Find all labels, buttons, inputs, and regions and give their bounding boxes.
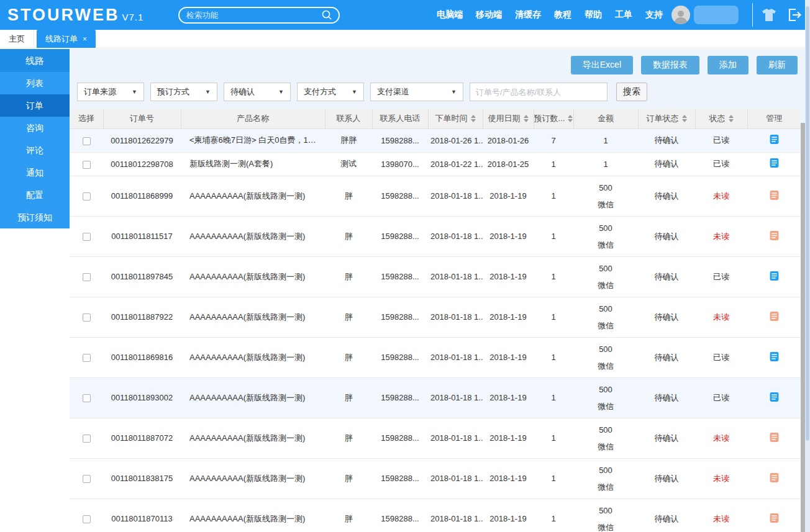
- filter-select[interactable]: 待确认 ▼: [224, 83, 291, 101]
- sort-icon[interactable]: [729, 115, 734, 122]
- cell-order-time: 2018-01-18 1...: [428, 216, 483, 256]
- cell-phone: 1598288...: [372, 297, 428, 337]
- amount-value: 500: [576, 341, 635, 358]
- column-header[interactable]: 订单号: [103, 109, 181, 128]
- sidebar-section-lines[interactable]: 线路: [0, 49, 70, 72]
- header-menu-item[interactable]: 教程: [554, 9, 571, 20]
- app-logo: STOURWEBV7.1: [7, 6, 143, 25]
- cell-order-no: 00118011811517: [103, 216, 181, 256]
- cell-qty: 1: [534, 498, 573, 532]
- row-checkbox[interactable]: [83, 233, 91, 241]
- header-menu-item[interactable]: 电脑端: [437, 9, 463, 20]
- filter-select[interactable]: 支付方式 ▼: [297, 83, 364, 101]
- cell-order-status: 待确认: [638, 498, 695, 532]
- amount-value: 500: [576, 179, 635, 196]
- table-scrollbar-thumb[interactable]: [801, 123, 805, 532]
- column-header[interactable]: 联系人: [325, 109, 372, 128]
- manage-document-icon[interactable]: [769, 472, 780, 483]
- manage-document-icon[interactable]: [769, 311, 780, 322]
- column-header[interactable]: 金额: [573, 109, 638, 128]
- tab-close-icon[interactable]: ×: [83, 35, 87, 43]
- row-checkbox[interactable]: [83, 313, 91, 322]
- order-search-input[interactable]: [470, 83, 608, 101]
- pay-channel: 微信: [576, 277, 635, 294]
- cell-manage: [747, 377, 801, 418]
- column-header[interactable]: 联系人电话: [372, 109, 428, 128]
- cell-order-time: 2018-01-22 1...: [428, 152, 483, 176]
- cell-order-status: 待确认: [638, 256, 695, 297]
- column-header[interactable]: 订单状态: [638, 109, 695, 128]
- cell-use-date: 2018-1-19: [483, 216, 534, 256]
- sidebar-item[interactable]: 评论: [0, 139, 70, 161]
- search-button[interactable]: 搜索: [616, 83, 647, 101]
- sidebar-item[interactable]: 列表: [0, 72, 70, 94]
- tab[interactable]: 主页: [0, 30, 34, 48]
- column-header[interactable]: 管理: [747, 109, 801, 128]
- toolbar-button[interactable]: 数据报表: [641, 56, 699, 74]
- sidebar-item[interactable]: 订单: [0, 94, 70, 117]
- sidebar-item[interactable]: 通知: [0, 161, 70, 184]
- header-menu-item[interactable]: 清缓存: [515, 9, 541, 20]
- toolbar-button[interactable]: 导出Excel: [571, 56, 633, 74]
- global-search-input[interactable]: [186, 11, 321, 20]
- avatar[interactable]: [671, 6, 690, 24]
- logout-icon[interactable]: [788, 8, 801, 22]
- row-checkbox[interactable]: [83, 435, 91, 443]
- manage-document-icon[interactable]: [769, 513, 780, 523]
- column-header[interactable]: 下单时间: [428, 109, 483, 128]
- sidebar-item[interactable]: 咨询: [0, 117, 70, 139]
- cell-amount: 500 微信: [573, 176, 638, 216]
- window-scrollbar[interactable]: [805, 0, 810, 532]
- header-menu-item[interactable]: 帮助: [585, 9, 602, 20]
- sort-icon[interactable]: [568, 115, 573, 122]
- toolbar-button[interactable]: 刷新: [757, 56, 798, 74]
- row-checkbox[interactable]: [83, 354, 91, 362]
- cell-contact: 胖: [325, 176, 372, 216]
- table-row: 00118011887922 AAAAAAAAAA(新版线路测一测) 胖 159…: [70, 297, 801, 337]
- manage-document-icon[interactable]: [769, 190, 780, 201]
- column-header[interactable]: 状态: [695, 109, 747, 128]
- column-header[interactable]: 使用日期: [483, 109, 534, 128]
- theme-tshirt-icon[interactable]: [762, 8, 776, 22]
- sidebar-item[interactable]: 预订须知: [0, 206, 70, 228]
- cell-qty: 7: [534, 128, 573, 152]
- column-header[interactable]: 预订数...: [534, 109, 573, 128]
- row-checkbox[interactable]: [83, 515, 91, 523]
- sidebar-item[interactable]: 配置: [0, 184, 70, 206]
- sort-icon[interactable]: [471, 115, 476, 122]
- window-scrollbar-thumb[interactable]: [806, 6, 809, 441]
- sort-icon[interactable]: [524, 115, 529, 122]
- sort-icon[interactable]: [682, 115, 687, 122]
- manage-document-icon[interactable]: [769, 158, 780, 168]
- row-checkbox[interactable]: [83, 161, 91, 169]
- filter-select[interactable]: 支付渠道 ▼: [370, 83, 463, 101]
- filter-select[interactable]: 订单来源 ▼: [77, 83, 144, 101]
- cell-manage: [747, 216, 801, 256]
- cell-contact: 胖: [325, 297, 372, 337]
- row-checkbox[interactable]: [83, 273, 91, 281]
- filter-select[interactable]: 预订方式 ▼: [150, 83, 217, 101]
- cell-product-name: AAAAAAAAAA(新版线路测一测): [181, 458, 325, 498]
- manage-document-icon[interactable]: [769, 432, 780, 443]
- global-search[interactable]: [178, 7, 340, 24]
- table-row: 00118011887072 AAAAAAAAAA(新版线路测一测) 胖 159…: [70, 418, 801, 458]
- manage-document-icon[interactable]: [769, 271, 780, 281]
- manage-document-icon[interactable]: [769, 230, 780, 241]
- cell-use-date: 2018-1-19: [483, 337, 534, 377]
- manage-document-icon[interactable]: [769, 351, 780, 362]
- header-menu-item[interactable]: 工单: [615, 9, 632, 20]
- toolbar-button[interactable]: 添加: [708, 56, 749, 74]
- manage-document-icon[interactable]: [769, 392, 780, 402]
- cell-contact: 胖: [325, 458, 372, 498]
- row-checkbox[interactable]: [83, 137, 91, 145]
- row-checkbox[interactable]: [83, 394, 91, 402]
- manage-document-icon[interactable]: [769, 134, 780, 145]
- column-header[interactable]: 产品名称: [181, 109, 325, 128]
- header-menu-item[interactable]: 移动端: [476, 9, 502, 20]
- row-checkbox[interactable]: [83, 475, 91, 483]
- row-checkbox[interactable]: [83, 192, 91, 201]
- cell-manage: [747, 176, 801, 216]
- tab[interactable]: 线路订单 ×: [37, 30, 96, 48]
- column-header[interactable]: 选择: [70, 109, 103, 128]
- header-menu-item[interactable]: 支持: [645, 9, 663, 20]
